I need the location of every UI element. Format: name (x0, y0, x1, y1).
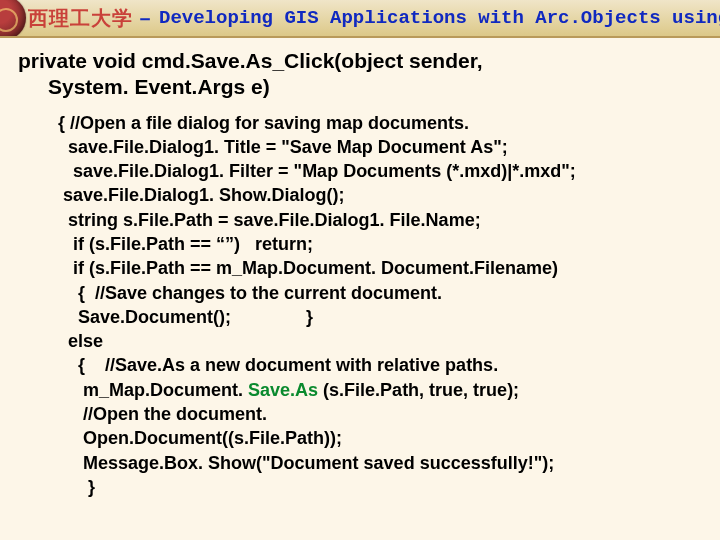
code-highlight-saveas: Save.As (248, 380, 323, 400)
code-line: Message.Box. Show("Document saved succes… (58, 453, 554, 473)
signature-line-1: private void cmd.Save.As_Click(object se… (18, 49, 483, 72)
code-line: string s.File.Path = save.File.Dialog1. … (58, 210, 481, 230)
code-line: (s.File.Path, true, true); (323, 380, 519, 400)
code-line: { //Save.As a new document with relative… (58, 355, 498, 375)
code-line: Open.Document((s.File.Path)); (58, 428, 342, 448)
code-line: m_Map.Document. (58, 380, 248, 400)
code-line: Save.Document(); } (58, 307, 313, 327)
header-title-en: Developing GIS Applications with Arc.Obj… (159, 7, 720, 29)
code-line: save.File.Dialog1. Show.Dialog(); (58, 185, 344, 205)
method-signature: private void cmd.Save.As_Click(object se… (18, 48, 718, 101)
header-title-cn: 西理工大学 (28, 5, 133, 32)
slide: 西理工大学 － Developing GIS Applications with… (0, 0, 720, 540)
code-line: } (58, 477, 95, 497)
code-line: //Open the document. (58, 404, 267, 424)
code-line: else (58, 331, 103, 351)
code-line: if (s.File.Path == m_Map.Document. Docum… (58, 258, 558, 278)
slide-header: 西理工大学 － Developing GIS Applications with… (0, 0, 720, 38)
header-dash: － (135, 5, 155, 32)
code-line: save.File.Dialog1. Title = "Save Map Doc… (58, 137, 508, 157)
slide-body: private void cmd.Save.As_Click(object se… (18, 48, 718, 540)
code-line: if (s.File.Path == “”) return; (58, 234, 313, 254)
university-logo-icon (0, 0, 26, 38)
code-block: { //Open a file dialog for saving map do… (58, 111, 718, 500)
code-line: { //Save changes to the current document… (58, 283, 442, 303)
code-line: save.File.Dialog1. Filter = "Map Documen… (58, 161, 576, 181)
code-line: { //Open a file dialog for saving map do… (58, 113, 469, 133)
signature-line-2: System. Event.Args e) (48, 75, 270, 98)
